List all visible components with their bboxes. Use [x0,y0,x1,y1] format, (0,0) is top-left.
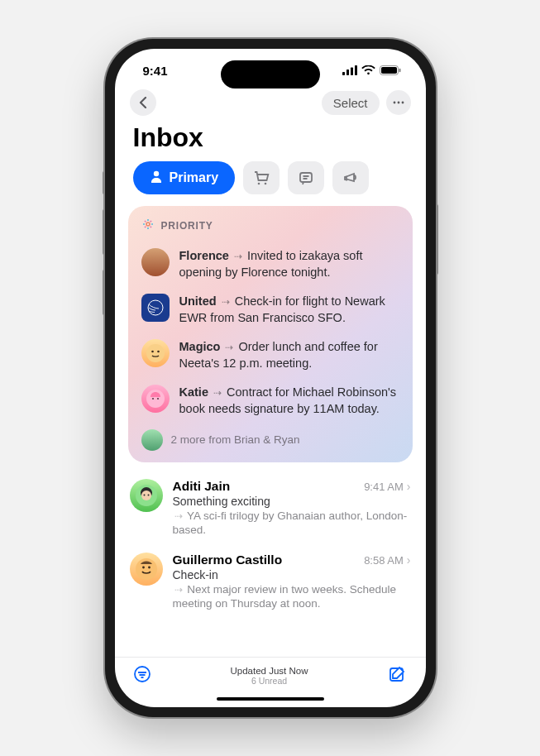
svg-point-21 [156,398,158,400]
dynamic-island [221,60,320,89]
priority-more[interactable]: 2 more from Brian & Ryan [141,424,399,451]
svg-point-16 [146,344,165,362]
svg-point-29 [135,667,150,682]
message-sender: Guillermo Castillo [173,553,365,567]
priority-more-text: 2 more from Brian & Ryan [171,433,300,446]
more-button[interactable] [386,90,411,115]
svg-point-8 [397,102,399,104]
tab-updates[interactable] [288,161,324,194]
message-list: Aditi Jain 9:41 AM › Something exciting … [115,472,426,657]
message-subject: Something exciting [173,495,411,508]
tab-primary[interactable]: Primary [133,161,236,194]
svg-point-20 [151,398,153,400]
message-sender: Aditi Jain [173,479,365,494]
priority-sender: United [179,294,217,308]
priority-sender: Magico [179,340,221,353]
svg-rect-6 [399,69,400,72]
summary-arrow-icon: ⇢ [222,295,230,309]
priority-item[interactable]: Katie ⇢ Contract for Michael Robinson's … [141,378,399,423]
filter-button[interactable] [133,665,151,687]
back-button[interactable] [130,89,156,116]
priority-summary: Contract for Michael Robinson's book nee… [179,385,397,415]
screen: 9:41 Select Inbox [115,49,426,707]
svg-point-12 [265,183,267,185]
svg-point-17 [151,351,154,353]
message-time: 9:41 AM [364,481,404,493]
svg-point-25 [147,494,149,495]
svg-rect-1 [346,69,349,75]
category-tabs: Primary [115,161,426,206]
chevron-right-icon: › [407,553,411,567]
tab-promotions[interactable] [332,161,369,194]
select-button[interactable]: Select [322,91,380,115]
message-subject: Check-in [173,568,411,581]
priority-card[interactable]: PRIORITY Florence ⇢ Invited to izakaya s… [128,206,413,462]
priority-sender: Katie [179,385,208,399]
svg-rect-5 [381,67,397,74]
chevron-right-icon: › [407,480,411,493]
priority-sender: Florence [179,249,229,262]
unread-count: 6 Unread [151,676,388,686]
summary-arrow-icon: ⇢ [213,386,222,400]
svg-rect-13 [300,173,312,182]
sync-status: Updated Just Now [151,666,388,676]
svg-rect-3 [355,65,357,75]
avatar [141,248,170,276]
svg-point-28 [148,566,151,568]
summary-arrow-icon: ⇢ [174,584,183,597]
priority-header: PRIORITY [141,218,399,233]
person-icon [150,170,163,186]
page-title: Inbox [115,121,426,161]
tab-transactions[interactable] [243,161,280,194]
message-preview: Next major review in two weeks. Schedule… [173,583,397,610]
avatar [130,479,163,512]
avatar [130,553,163,586]
svg-point-23 [141,490,151,500]
svg-point-7 [393,102,395,104]
avatar [141,385,170,413]
svg-point-24 [143,494,145,495]
summary-arrow-icon: ⇢ [225,341,233,354]
svg-point-18 [157,351,160,353]
message-item[interactable]: Guillermo Castillo 8:58 AM › Check-in ⇢ … [130,546,411,620]
svg-point-9 [401,102,404,104]
sparkle-icon [141,218,155,233]
message-preview: YA sci-fi trilogy by Ghanaian author, Lo… [173,510,408,537]
svg-point-27 [142,566,145,568]
svg-point-11 [258,183,260,185]
message-item[interactable]: Aditi Jain 9:41 AM › Something exciting … [130,472,411,546]
home-indicator[interactable] [217,697,324,701]
priority-header-label: PRIORITY [161,220,213,232]
svg-point-15 [148,300,163,315]
svg-point-10 [153,171,158,176]
compose-button[interactable] [388,664,408,687]
priority-item[interactable]: Magico ⇢ Order lunch and coffee for Neet… [141,333,399,378]
svg-point-14 [146,222,150,226]
tab-primary-label: Primary [170,170,219,185]
svg-rect-2 [351,68,353,76]
phone-frame: 9:41 Select Inbox [105,39,436,717]
summary-arrow-icon: ⇢ [174,510,183,524]
avatar [141,339,170,367]
avatar-stack [141,429,163,451]
priority-item[interactable]: Florence ⇢ Invited to izakaya soft openi… [141,242,399,287]
cellular-icon [342,64,357,78]
priority-item[interactable]: United ⇢ Check-in for flight to Newark E… [141,287,399,333]
summary-arrow-icon: ⇢ [234,250,242,263]
svg-rect-0 [342,72,345,75]
bottom-toolbar: Updated Just Now 6 Unread [115,657,426,692]
status-time: 9:41 [143,64,168,78]
battery-icon [380,64,401,78]
avatar [141,294,170,322]
wifi-icon [361,64,375,78]
message-time: 8:58 AM [364,554,404,567]
